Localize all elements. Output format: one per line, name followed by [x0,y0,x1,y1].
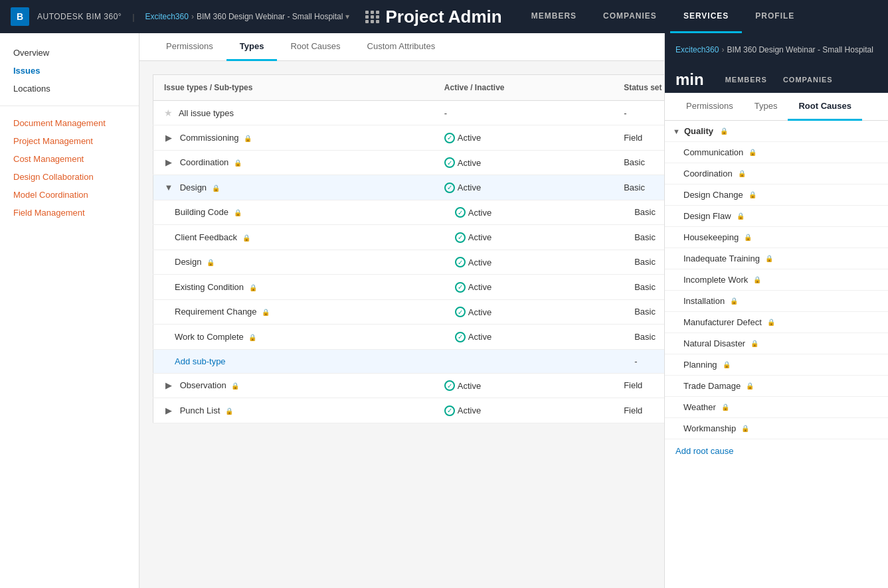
sidebar-item-doc-mgmt[interactable]: Document Management [0,114,139,132]
lock-icon: 🔒 [741,425,749,432]
sidebar-item-issues[interactable]: Issues [0,62,139,80]
row-label: Design [180,183,207,192]
root-cause-item: Communication 🔒 [665,142,888,163]
nav-members[interactable]: MEMBERS [518,0,590,33]
right-tab-permissions[interactable]: Permissions [675,93,744,121]
check-icon: ✓ [444,380,455,391]
category-lock-icon: 🔒 [720,127,728,135]
main-nav: MEMBERS COMPANIES SERVICES PROFILE [518,0,877,33]
root-cause-label: Inadequate Training [683,254,760,263]
cell-active: ✓ Active [434,373,613,398]
chevron-down-icon[interactable]: ▼ [673,127,680,135]
page-title: Project Admin [385,7,501,27]
lock-icon: 🔒 [212,184,220,192]
cell-active: ✓ Active [434,125,613,151]
sidebar-divider [0,106,139,106]
nav-profile[interactable]: PROFILE [742,0,808,33]
cell-active: ✓ Active [434,200,613,225]
cell-label: Client Feedback 🔒 [153,225,434,250]
star-icon[interactable]: ★ [164,108,173,118]
breadcrumb-org[interactable]: Excitech360 [145,12,189,21]
check-icon: ✓ [444,183,455,193]
check-icon: ✓ [455,232,466,243]
cell-add-subtype: Add sub-type [153,349,434,373]
active-label: Active [458,381,481,391]
cell-active: ✓ Active [434,175,613,200]
root-cause-label: Coordination [683,169,733,179]
breadcrumb-project[interactable]: BIM 360 Design Webinar - Small Hospital [197,12,343,21]
expand-icon[interactable]: ▶ [164,133,173,142]
sidebar-item-overview[interactable]: Overview [0,44,139,62]
cell-label: Work to Complete 🔒 [153,325,434,350]
add-root-cause-link[interactable]: Add root cause [665,439,888,463]
lock-icon: 🔒 [749,149,756,156]
dropdown-arrow[interactable]: ▾ [345,12,349,21]
nav-services[interactable]: SERVICES [670,0,742,33]
expand-icon[interactable]: ▶ [164,158,173,167]
lock-icon: 🔒 [737,212,745,220]
cell-active: ✓ Active [434,225,613,250]
right-nav-companies[interactable]: COMPANIES [775,76,841,84]
cell-active: ✓ Active [434,398,613,423]
root-cause-item: Planning 🔒 [665,354,888,376]
root-cause-label: Natural Disaster [683,338,745,348]
cell-label: ▶ Punch List 🔒 [153,398,434,423]
active-label: Active [458,405,481,415]
cell-active-empty [434,349,613,373]
right-breadcrumb-org[interactable]: Excitech360 [675,45,719,54]
row-label: Observation [180,380,226,390]
category-label: Quality [684,126,713,136]
sidebar-item-field-mgmt[interactable]: Field Management [0,204,139,222]
expand-icon[interactable]: ▶ [164,405,173,415]
root-cause-label: Workmanship [683,423,736,433]
sidebar-item-model-coord[interactable]: Model Coordination [0,186,139,204]
sidebar-item-design-collab[interactable]: Design Collaboration [0,168,139,186]
expand-icon[interactable]: ▶ [164,381,173,390]
active-badge: ✓ Active [444,405,481,416]
root-cause-label: Trade Damage [683,381,741,391]
check-icon: ✓ [444,405,455,416]
lock-icon: 🔒 [753,276,761,283]
root-cause-label: Design Flaw [683,211,731,221]
check-icon: ✓ [455,332,466,342]
lock-icon: 🔒 [746,382,754,390]
add-subtype-link[interactable]: Add sub-type [175,356,226,366]
sidebar-item-cost-mgmt[interactable]: Cost Management [0,150,139,168]
grid-icon[interactable] [365,11,380,23]
right-breadcrumb-project[interactable]: BIM 360 Design Webinar - Small Hospital [727,45,873,54]
autodesk-logo: B [11,7,29,26]
expand-icon[interactable]: ▼ [164,183,173,192]
row-label: Design [175,257,201,267]
active-badge: ✓ Active [455,282,491,293]
active-label: Active [458,158,481,168]
tab-root-causes[interactable]: Root Causes [277,33,353,61]
sidebar-item-proj-mgmt[interactable]: Project Management [0,132,139,150]
row-label: Building Code [175,207,228,217]
top-bar: B AUTODESK BIM 360° | Excitech360 › BIM … [0,0,888,33]
sidebar-item-locations[interactable]: Locations [0,80,139,98]
active-label: Active [458,183,481,192]
tab-custom-attributes[interactable]: Custom Attributes [354,33,449,61]
active-label: Active [468,307,491,317]
active-label: Active [468,232,491,242]
right-nav-members[interactable]: MEMBERS [717,76,775,84]
lock-icon: 🔒 [730,297,738,305]
row-label: Work to Complete [175,332,244,342]
separator: | [132,12,134,22]
lock-icon: 🔒 [249,284,257,291]
tab-types[interactable]: Types [226,33,278,61]
lock-icon: 🔒 [721,404,729,411]
root-cause-category-quality: ▼ Quality 🔒 [665,121,888,142]
nav-companies[interactable]: COMPANIES [590,0,670,33]
root-cause-item: Manufacturer Defect 🔒 [665,312,888,333]
lock-icon: 🔒 [767,319,775,326]
lock-icon: 🔒 [234,159,242,167]
tab-permissions[interactable]: Permissions [153,33,226,61]
cell-label: ▶ Observation 🔒 [153,373,434,398]
root-cause-item: Weather 🔒 [665,397,888,418]
root-cause-item: Design Change 🔒 [665,184,888,206]
right-tab-types[interactable]: Types [744,93,788,121]
cell-active: ✓ Active [434,299,613,325]
active-badge: ✓ Active [455,332,491,342]
right-tab-root-causes[interactable]: Root Causes [788,93,861,121]
